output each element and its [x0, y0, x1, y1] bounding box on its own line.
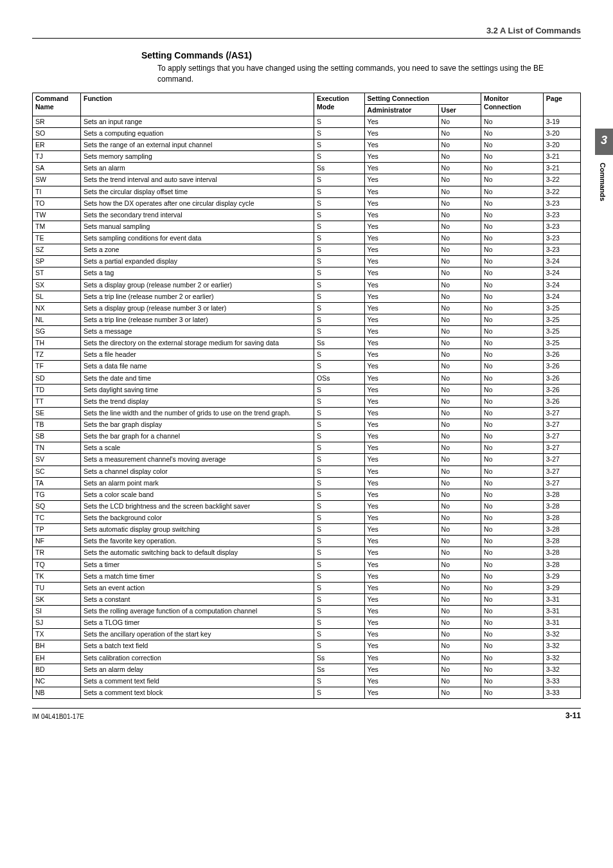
- cell-command: TH: [33, 338, 81, 349]
- table-row: TGSets a color scale bandSYesNoNo3-28: [33, 489, 581, 500]
- cell-admin: Yes: [364, 512, 438, 524]
- cell-admin: Yes: [364, 500, 438, 512]
- cell-monitor: No: [481, 361, 544, 372]
- cell-function: Sets the line width and the number of gr…: [81, 407, 314, 419]
- cell-admin: Yes: [364, 675, 438, 687]
- cell-command: ST: [33, 267, 81, 279]
- cell-mode: S: [314, 314, 364, 325]
- cell-page: 3-25: [543, 326, 580, 338]
- cell-page: 3-27: [543, 466, 580, 477]
- cell-mode: Ss: [314, 338, 364, 349]
- cell-admin: Yes: [364, 326, 438, 338]
- setting-commands-title: Setting Commands (/AS1): [141, 50, 581, 60]
- table-row: SWSets the trend interval and auto save …: [33, 174, 581, 186]
- cell-mode: S: [314, 582, 364, 593]
- table-row: SASets an alarmSsYesNoNo3-21: [33, 163, 581, 174]
- cell-page: 3-28: [543, 489, 580, 500]
- cell-monitor: No: [481, 500, 544, 512]
- table-row: TISets the circular display offset timeS…: [33, 186, 581, 197]
- table-row: SISets the rolling average function of a…: [33, 606, 581, 617]
- cell-command: TI: [33, 186, 81, 197]
- cell-mode: Ss: [314, 163, 364, 174]
- cell-function: Sets a data file name: [81, 361, 314, 372]
- cell-function: Sets a constant: [81, 593, 314, 605]
- commands-table: Command Name Function Execution Mode Set…: [32, 93, 581, 700]
- cell-command: TP: [33, 524, 81, 536]
- cell-page: 3-28: [543, 512, 580, 524]
- cell-command: TD: [33, 384, 81, 395]
- cell-user: No: [438, 221, 481, 232]
- cell-monitor: No: [481, 489, 544, 500]
- cell-page: 3-31: [543, 593, 580, 605]
- cell-mode: S: [314, 326, 364, 338]
- cell-mode: S: [314, 442, 364, 454]
- cell-command: TW: [33, 209, 81, 221]
- cell-page: 3-26: [543, 349, 580, 361]
- cell-function: Sets a timer: [81, 559, 314, 570]
- cell-admin: Yes: [364, 664, 438, 675]
- cell-user: No: [438, 349, 481, 361]
- table-row: NLSets a trip line (release number 3 or …: [33, 314, 581, 325]
- cell-mode: S: [314, 536, 364, 547]
- cell-monitor: No: [481, 582, 544, 593]
- table-row: SDSets the date and timeOSsYesNoNo3-26: [33, 372, 581, 384]
- cell-user: No: [438, 582, 481, 593]
- cell-function: Sets the trend display: [81, 395, 314, 407]
- cell-function: Sets a comment text block: [81, 687, 314, 698]
- cell-user: No: [438, 664, 481, 675]
- cell-monitor: No: [481, 314, 544, 325]
- cell-monitor: No: [481, 431, 544, 442]
- cell-page: 3-28: [543, 547, 580, 559]
- cell-monitor: No: [481, 221, 544, 232]
- cell-user: No: [438, 163, 481, 174]
- table-row: SBSets the bar graph for a channelSYesNo…: [33, 431, 581, 442]
- cell-monitor: No: [481, 395, 544, 407]
- cell-mode: S: [314, 291, 364, 302]
- cell-monitor: No: [481, 197, 544, 209]
- cell-page: 3-31: [543, 606, 580, 617]
- cell-page: 3-32: [543, 652, 580, 664]
- cell-admin: Yes: [364, 395, 438, 407]
- table-row: BHSets a batch text fieldSYesNoNo3-32: [33, 640, 581, 652]
- table-row: TTSets the trend displaySYesNoNo3-26: [33, 395, 581, 407]
- cell-monitor: No: [481, 291, 544, 302]
- cell-monitor: No: [481, 512, 544, 524]
- table-row: SGSets a messageSYesNoNo3-25: [33, 326, 581, 338]
- side-tab: 3 Commands: [595, 129, 613, 209]
- cell-admin: Yes: [364, 547, 438, 559]
- cell-monitor: No: [481, 244, 544, 256]
- cell-user: No: [438, 536, 481, 547]
- cell-monitor: No: [481, 629, 544, 640]
- cell-user: No: [438, 500, 481, 512]
- cell-user: No: [438, 116, 481, 127]
- cell-mode: S: [314, 606, 364, 617]
- cell-page: 3-22: [543, 174, 580, 186]
- cell-page: 3-27: [543, 477, 580, 489]
- cell-function: Sets the trend interval and auto save in…: [81, 174, 314, 186]
- table-row: TRSets the automatic switching back to d…: [33, 547, 581, 559]
- cell-command: SD: [33, 372, 81, 384]
- cell-function: Sets a match time timer: [81, 570, 314, 582]
- cell-command: TQ: [33, 559, 81, 570]
- cell-monitor: No: [481, 407, 544, 419]
- cell-admin: Yes: [364, 127, 438, 139]
- cell-mode: S: [314, 349, 364, 361]
- cell-monitor: No: [481, 617, 544, 629]
- cell-function: Sets a partial expanded display: [81, 256, 314, 267]
- cell-command: SZ: [33, 244, 81, 256]
- cell-monitor: No: [481, 256, 544, 267]
- cell-user: No: [438, 326, 481, 338]
- cell-command: SR: [33, 116, 81, 127]
- cell-user: No: [438, 640, 481, 652]
- cell-monitor: No: [481, 442, 544, 454]
- cell-command: TE: [33, 233, 81, 244]
- cell-mode: S: [314, 186, 364, 197]
- cell-page: 3-31: [543, 617, 580, 629]
- cell-command: SB: [33, 431, 81, 442]
- table-row: SVSets a measurement channel's moving av…: [33, 454, 581, 466]
- cell-monitor: No: [481, 209, 544, 221]
- cell-function: Sets an alarm: [81, 163, 314, 174]
- table-row: SLSets a trip line (release number 2 or …: [33, 291, 581, 302]
- cell-page: 3-23: [543, 209, 580, 221]
- cell-function: Sets the ancillary operation of the star…: [81, 629, 314, 640]
